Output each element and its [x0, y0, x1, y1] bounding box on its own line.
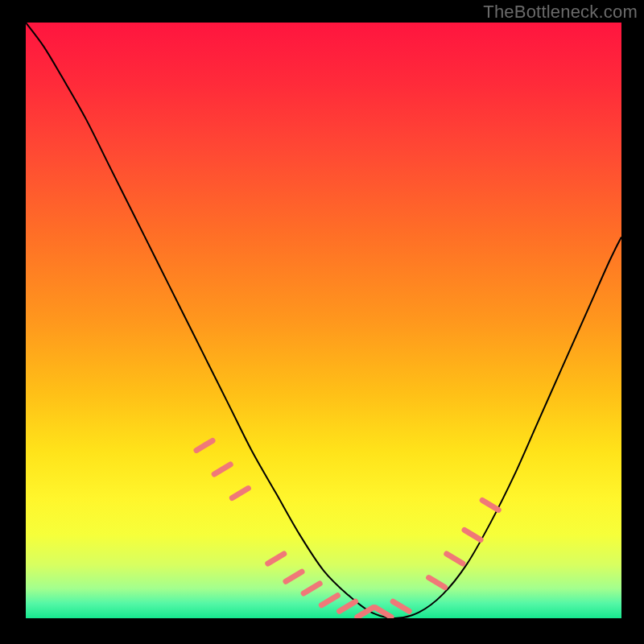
watermark-text: TheBottleneck.com	[483, 2, 638, 23]
highlight-dash	[303, 584, 320, 593]
highlight-dash	[340, 601, 356, 611]
highlight-dash	[232, 489, 248, 498]
highlight-dash	[214, 464, 230, 474]
bottleneck-curve-path	[26, 23, 621, 618]
highlight-dash	[286, 572, 302, 581]
highlight-dash	[268, 554, 284, 564]
bottleneck-curve	[26, 23, 621, 618]
highlight-dash	[482, 500, 498, 510]
highlight-dash	[464, 530, 481, 539]
highlight-dots-group	[196, 440, 498, 617]
highlight-dash	[429, 578, 445, 588]
plot-area	[26, 23, 621, 618]
highlight-dash	[321, 596, 337, 605]
highlight-dash	[447, 554, 463, 564]
chart-frame: TheBottleneck.com	[0, 0, 644, 644]
highlight-dash	[196, 440, 213, 450]
highlight-dash	[393, 601, 409, 611]
